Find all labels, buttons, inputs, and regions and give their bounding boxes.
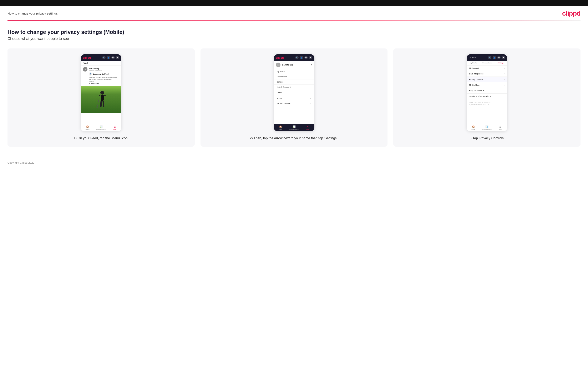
settings-item-privacy-controls[interactable]: Privacy Controls › [467,77,507,82]
step-1-card: clippd 🔍 👤 ⚙ ▾ Feed B [8,49,195,147]
menu-item-connections[interactable]: Connections [274,74,314,79]
nav3-home-label: Home [471,129,475,130]
phone-3-icons: 🔍 👤 ⚙ ▾ [488,56,505,59]
performance-icon: 📊 [100,125,103,128]
steps-container: clippd 🔍 👤 ⚙ ▾ Feed B [8,49,580,147]
feed-tab: Feed [81,61,121,66]
user-icon-2: 👤 [300,56,303,59]
performance-icon-2: 📊 [293,125,296,128]
chevron-down-icon-2: ▾ [309,56,312,59]
feed-lesson-title: Lesson with Fordy [93,73,110,75]
back-button[interactable]: ‹ < Back [469,57,476,59]
settings-phone-header: ‹ < Back 🔍 👤 ⚙ ▾ [467,54,507,61]
page-subheading: Choose what you want people to see [8,37,580,41]
nav2-menu[interactable]: ✕ Menu [301,125,314,130]
menu-item-logout-label: Logout [277,91,283,93]
menu-section-home[interactable]: Home ∨ [274,96,314,101]
step-2-card: clippd 🔍 👤 ⚙ ▾ B Bl [200,49,388,147]
phone-1-body: Feed B Blair McHarg Yesterday · Sunningd… [81,61,121,124]
user-icon-3: 👤 [493,56,496,59]
phone-1-bottom-nav: 🏠 Home 📊 My Performance ☰ Menu [81,124,121,131]
menu-expand-chevron[interactable]: ∧ [311,64,312,66]
header: How to change your privacy settings clip… [0,6,588,20]
chevron-performance: ∨ [310,102,311,104]
page-heading: How to change your privacy settings (Mob… [8,29,580,35]
menu-section-performance-label: My Performance [277,102,290,104]
menu-section-home-label: Home [277,98,282,100]
menu-avatar: B [276,63,280,67]
svg-rect-7 [96,108,98,108]
svg-rect-4 [100,101,102,107]
step-3-phone: ‹ < Back 🔍 👤 ⚙ ▾ My Profile Connections … [467,54,507,131]
tab-connections[interactable]: Connections [480,61,494,65]
nav-menu-label: Menu [113,129,117,130]
nav-performance-label: My Performance [96,129,106,130]
menu-section: Home ∨ My Performance ∨ [274,96,314,106]
chevron-home: ∨ [310,98,311,100]
home-icon: 🏠 [86,125,89,128]
menu-item-logout[interactable]: Logout [274,90,314,95]
my-account-chevron: › [504,67,505,69]
step-1-phone: clippd 🔍 👤 ⚙ ▾ Feed B [81,54,121,131]
nav-home-label: Home [86,129,89,130]
svg-point-0 [100,91,104,95]
main-content: How to change your privacy settings (Mob… [0,21,588,155]
lesson-icon: 🏌 [89,72,92,76]
svg-line-6 [97,98,99,108]
step-1-caption: 1) On your Feed, tap the 'Menu' icon. [74,136,129,141]
golfer-svg [96,90,108,113]
help-support-label: Help & Support ↗ [469,90,484,92]
user-icon: 👤 [107,56,110,59]
feed-lesson-row: 🏌 Lesson with Fordy [89,72,119,76]
settings-item-service-privacy[interactable]: Service & Privacy Policy ↗ [467,93,507,99]
feed-username: Blair McHarg [89,68,102,70]
feed-image [81,86,121,113]
menu-item-my-profile[interactable]: My Profile [274,69,314,74]
data-integrations-label: Data Integrations [469,73,484,75]
feed-avatar: B [83,67,87,72]
menu-item-settings[interactable]: Settings [274,79,314,85]
close-icon-2: ✕ [306,125,309,128]
phone-1-icons: 🔍 👤 ⚙ ▾ [102,56,119,59]
search-icon-2: 🔍 [295,56,299,59]
version-line-2: SQL Server Version: 2022.7.30-1 [469,104,491,105]
nav3-home: 🏠 Home [467,125,480,130]
settings-item-help-support[interactable]: Help & Support ↗ [467,88,507,93]
tab-my-profile[interactable]: My Profile [467,61,480,65]
nav3-menu[interactable]: ☰ Menu [494,125,507,130]
menu-item-help[interactable]: Help & Support ↗ [274,85,314,90]
settings-item-my-account[interactable]: My Account › [467,66,507,71]
home-icon-3: 🏠 [472,125,475,128]
menu-icon-3: ☰ [499,125,502,128]
menu-item-my-profile-label: My Profile [277,70,285,73]
nav2-performance-label: My Performance [289,129,299,130]
settings-icon: ⚙ [111,56,115,59]
search-icon: 🔍 [102,56,105,59]
privacy-controls-chevron: › [504,78,505,81]
nav-menu[interactable]: ☰ Menu [108,125,121,130]
menu-user-row[interactable]: B Blair McHarg ∧ [274,61,314,69]
tab-settings[interactable]: Settings [494,61,507,65]
service-privacy-label: Service & Privacy Policy ↗ [469,95,492,97]
phone-1-logo: clippd [83,56,91,59]
step-3-card: ‹ < Back 🔍 👤 ⚙ ▾ My Profile Connections … [393,49,580,147]
copyright-text: Copyright Clippd 2022 [8,161,34,164]
menu-username: Blair McHarg [282,64,293,66]
settings-item-data-integrations[interactable]: Data Integrations › [467,71,507,77]
search-icon-3: 🔍 [488,56,491,59]
top-bar [0,0,588,6]
settings-icon-2: ⚙ [304,56,308,59]
nav2-home: 🏠 Home [274,125,287,130]
nav3-performance: 📊 My Performance [480,125,494,130]
nav2-home-label: Home [279,129,283,130]
step-2-caption: 2) Then, tap the arrow next to your name… [250,136,338,141]
menu-items: My Profile Connections Settings Help & S… [274,69,314,95]
menu-section-performance[interactable]: My Performance ∨ [274,101,314,106]
my-golf-bag-chevron: › [504,84,505,86]
settings-item-my-golf-bag[interactable]: My Golf Bag › [467,82,507,88]
feed-post: B Blair McHarg Yesterday · Sunningdale 🏌… [81,66,121,86]
my-account-label: My Account [469,67,479,69]
chevron-down-icon: ▾ [116,56,119,59]
privacy-controls-label: Privacy Controls [469,78,483,81]
my-golf-bag-label: My Golf Bag [469,84,480,86]
